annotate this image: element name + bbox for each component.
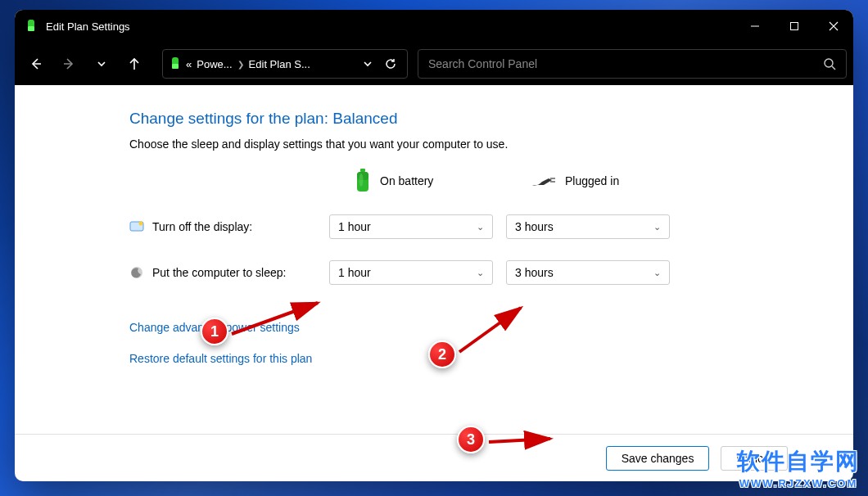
nav-history-button[interactable]: [87, 49, 116, 79]
dropdown-display-plugged[interactable]: 3 hours ⌄: [506, 214, 670, 239]
nav-forward-button[interactable]: [54, 49, 84, 79]
app-icon: [25, 20, 38, 33]
svg-point-13: [825, 59, 833, 67]
plug-icon: [531, 174, 557, 188]
svg-rect-20: [550, 181, 555, 183]
search-box[interactable]: [418, 49, 847, 79]
breadcrumb-item-0[interactable]: Powe...: [197, 58, 232, 70]
display-icon: [129, 219, 144, 234]
watermark-line2: WWW.RJZXW.COM: [737, 477, 860, 489]
chevron-down-icon: ⌄: [653, 268, 661, 278]
page-desc: Choose the sleep and display settings th…: [129, 138, 853, 151]
breadcrumb-item-1[interactable]: Edit Plan S...: [249, 58, 310, 70]
svg-line-25: [459, 308, 521, 352]
col-header-plugged: Plugged in: [506, 174, 670, 188]
navbar: « Powe... ❯ Edit Plan S...: [15, 43, 853, 85]
sleep-icon: [129, 265, 144, 280]
refresh-button[interactable]: [381, 57, 400, 70]
svg-line-14: [832, 66, 835, 70]
chevron-down-icon: ⌄: [653, 222, 661, 232]
watermark-line1: 软件自学网: [737, 446, 860, 477]
annotation-arrow-3: [485, 427, 558, 452]
close-button[interactable]: [814, 10, 853, 43]
svg-rect-3: [32, 20, 34, 20]
svg-rect-5: [791, 23, 798, 30]
dropdown-display-battery[interactable]: 1 hour ⌄: [329, 214, 493, 239]
col-header-battery: On battery: [329, 169, 493, 193]
svg-line-24: [232, 303, 318, 334]
svg-line-26: [489, 439, 550, 442]
nav-back-button[interactable]: [21, 49, 51, 79]
svg-rect-19: [550, 178, 555, 179]
dropdown-sleep-plugged-value: 3 hours: [515, 266, 554, 279]
dropdown-display-plugged-value: 3 hours: [515, 220, 554, 233]
battery-icon: [354, 169, 372, 193]
breadcrumb-prefix: «: [186, 58, 192, 70]
annotation-arrow-1: [228, 296, 326, 340]
annotation-1: 1: [201, 318, 228, 345]
svg-point-22: [139, 222, 143, 226]
breadcrumb[interactable]: « Powe... ❯ Edit Plan S...: [162, 49, 408, 79]
maximize-button[interactable]: [775, 10, 814, 43]
content: Change settings for the plan: Balanced C…: [15, 85, 853, 434]
chevron-right-icon: ❯: [237, 60, 244, 69]
svg-rect-17: [360, 169, 365, 172]
dropdown-sleep-battery[interactable]: 1 hour ⌄: [329, 260, 493, 285]
page-title: Change settings for the plan: Balanced: [129, 110, 853, 128]
nav-up-button[interactable]: [120, 49, 149, 79]
row-display-label: Turn off the display:: [129, 219, 316, 234]
svg-rect-2: [29, 20, 31, 20]
window: Edit Plan Settings: [15, 10, 853, 481]
chevron-down-icon: ⌄: [477, 222, 484, 232]
svg-point-18: [359, 174, 364, 187]
minimize-button[interactable]: [735, 10, 775, 43]
annotation-2: 2: [428, 340, 456, 368]
watermark: 软件自学网 WWW.RJZXW.COM: [737, 446, 860, 489]
chevron-down-icon: ⌄: [477, 268, 484, 278]
search-input[interactable]: [428, 57, 823, 70]
settings-grid: On battery Plugged in: [129, 169, 853, 285]
footer: Save changes Cancel: [15, 434, 853, 481]
titlebar: Edit Plan Settings: [15, 10, 853, 43]
breadcrumb-dropdown-button[interactable]: [359, 59, 376, 69]
row-sleep-label: Put the computer to sleep:: [129, 265, 316, 280]
save-button[interactable]: Save changes: [606, 446, 710, 471]
svg-rect-12: [172, 64, 179, 69]
dropdown-sleep-battery-value: 1 hour: [338, 266, 371, 279]
svg-rect-1: [28, 26, 34, 31]
annotation-3: 3: [457, 426, 485, 453]
breadcrumb-icon: [170, 57, 181, 70]
dropdown-sleep-plugged[interactable]: 3 hours ⌄: [506, 260, 670, 285]
col-header-battery-label: On battery: [380, 174, 433, 187]
window-title: Edit Plan Settings: [46, 20, 130, 33]
search-icon: [823, 57, 836, 70]
dropdown-display-battery-value: 1 hour: [338, 220, 371, 233]
annotation-arrow-2: [455, 301, 529, 358]
col-header-plugged-label: Plugged in: [565, 174, 619, 187]
